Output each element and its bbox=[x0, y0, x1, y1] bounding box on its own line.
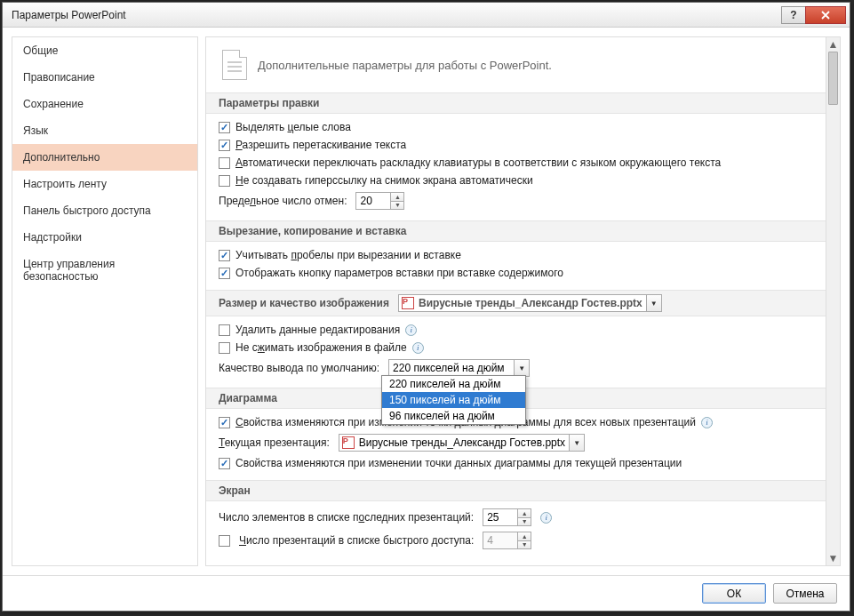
spinner-recent-count[interactable]: ▲▼ bbox=[483, 508, 531, 526]
spinner-undo-limit[interactable]: ▲▼ bbox=[355, 192, 404, 210]
info-icon[interactable]: i bbox=[405, 324, 417, 336]
section-editing-header: Параметры правки bbox=[206, 92, 826, 114]
scrollbar[interactable]: ▲ ▼ bbox=[826, 37, 840, 565]
label-undo-limit: Предельное число отмен: bbox=[219, 195, 347, 207]
label-chart-props-current: Свойства изменяются при изменении точки … bbox=[235, 457, 682, 469]
combo-default-quality-text: 220 пикселей на дюйм bbox=[389, 362, 514, 374]
powerpoint-file-icon bbox=[401, 296, 415, 310]
label-default-quality: Качество вывода по умолчанию: bbox=[219, 362, 379, 374]
label-auto-keyboard: Автоматически переключать раскладку клав… bbox=[235, 156, 721, 169]
titlebar: Параметры PowerPoint ? bbox=[3, 3, 850, 28]
sidebar-item-general[interactable]: Общие bbox=[12, 37, 197, 64]
spin-down[interactable]: ▼ bbox=[518, 517, 531, 526]
content-pane: Дополнительные параметры для работы с Po… bbox=[205, 36, 841, 566]
sidebar-item-advanced[interactable]: Дополнительно bbox=[12, 144, 197, 171]
sidebar-item-quick-access[interactable]: Панель быстрого доступа bbox=[12, 197, 197, 224]
checkbox-auto-keyboard[interactable] bbox=[219, 157, 230, 169]
checkbox-chart-props-all[interactable] bbox=[219, 417, 230, 428]
section-image-header: Размер и качество изображения Вирусные т… bbox=[206, 290, 826, 316]
checkbox-quick-count[interactable] bbox=[219, 535, 230, 547]
combo-image-file[interactable]: Вирусные тренды_Александр Гостев.pptx ▼ bbox=[398, 294, 662, 312]
window-title: Параметры PowerPoint bbox=[12, 9, 782, 21]
scroll-down-icon[interactable]: ▼ bbox=[826, 551, 840, 565]
sidebar: Общие Правописание Сохранение Язык Допол… bbox=[12, 36, 198, 566]
checkbox-no-compress[interactable] bbox=[219, 342, 230, 354]
combo-image-file-text: Вирусные тренды_Александр Гостев.pptx bbox=[415, 297, 646, 309]
checkbox-smart-spaces[interactable] bbox=[219, 250, 230, 261]
label-no-hyperlink: Не создавать гиперссылку на снимок экран… bbox=[235, 174, 533, 187]
input-quick-count bbox=[483, 532, 517, 548]
option-150[interactable]: 150 пикселей на дюйм bbox=[382, 392, 525, 408]
page-subtitle: Дополнительные параметры для работы с Po… bbox=[258, 59, 552, 72]
spin-up[interactable]: ▲ bbox=[518, 509, 531, 517]
section-screen-header: Экран bbox=[206, 480, 826, 501]
spin-down[interactable]: ▼ bbox=[391, 201, 403, 210]
document-icon bbox=[222, 50, 247, 80]
combo-current-presentation[interactable]: Вирусные тренды_Александр Гостев.pptx ▼ bbox=[339, 434, 585, 452]
sidebar-item-save[interactable]: Сохранение bbox=[12, 91, 197, 117]
spinner-quick-count: ▲▼ bbox=[483, 532, 531, 549]
help-button[interactable]: ? bbox=[781, 6, 806, 24]
sidebar-item-proofing[interactable]: Правописание bbox=[12, 64, 197, 91]
option-220[interactable]: 220 пикселей на дюйм bbox=[382, 376, 525, 392]
scrollbar-thumb[interactable] bbox=[828, 52, 838, 105]
combo-current-presentation-text: Вирусные тренды_Александр Гостев.pptx bbox=[355, 436, 569, 449]
sidebar-item-ribbon[interactable]: Настроить ленту bbox=[12, 171, 197, 197]
chevron-down-icon[interactable]: ▼ bbox=[646, 295, 661, 311]
powerpoint-file-icon bbox=[341, 436, 355, 450]
input-undo-limit[interactable] bbox=[356, 193, 390, 209]
options-dialog: Параметры PowerPoint ? Общие Правописани… bbox=[2, 2, 850, 612]
checkbox-paste-options[interactable] bbox=[219, 268, 230, 279]
section-cutcopy-header: Вырезание, копирование и вставка bbox=[206, 220, 826, 242]
spin-up[interactable]: ▲ bbox=[391, 193, 403, 201]
info-icon[interactable]: i bbox=[540, 512, 552, 524]
label-smart-spaces: Учитывать пробелы при вырезании и вставк… bbox=[235, 249, 461, 261]
label-current-presentation: Текущая презентация: bbox=[219, 436, 330, 449]
info-icon[interactable]: i bbox=[701, 417, 713, 428]
chevron-down-icon[interactable]: ▼ bbox=[514, 360, 529, 376]
label-allow-drag: Разрешить перетаскивание текста bbox=[235, 139, 406, 151]
checkbox-chart-props-current[interactable] bbox=[219, 458, 230, 469]
spin-up: ▲ bbox=[518, 532, 531, 540]
sidebar-item-language[interactable]: Язык bbox=[12, 117, 197, 144]
label-discard-editing: Удалить данные редактирования bbox=[235, 324, 400, 336]
label-quick-count: Число презентаций в списке быстрого дост… bbox=[239, 534, 474, 547]
input-recent-count[interactable] bbox=[483, 509, 517, 525]
checkbox-no-hyperlink[interactable] bbox=[219, 175, 230, 187]
combo-default-quality[interactable]: 220 пикселей на дюйм ▼ bbox=[388, 359, 530, 377]
option-96[interactable]: 96 пикселей на дюйм bbox=[382, 408, 525, 424]
info-icon[interactable]: i bbox=[412, 342, 424, 354]
label-no-compress: Не сжимать изображения в файле bbox=[235, 341, 407, 354]
dropdown-quality-options[interactable]: 220 пикселей на дюйм 150 пикселей на дюй… bbox=[381, 375, 526, 425]
cancel-button[interactable]: Отмена bbox=[773, 583, 837, 604]
checkbox-discard-editing[interactable] bbox=[219, 324, 230, 336]
chevron-down-icon[interactable]: ▼ bbox=[569, 435, 584, 451]
sidebar-item-addins[interactable]: Надстройки bbox=[12, 224, 197, 251]
page-header: Дополнительные параметры для работы с Po… bbox=[206, 37, 826, 92]
checkbox-select-whole-words[interactable] bbox=[219, 122, 230, 133]
ok-button[interactable]: ОК bbox=[702, 583, 766, 604]
label-select-whole-words: Выделять целые слова bbox=[235, 121, 351, 133]
checkbox-allow-drag[interactable] bbox=[219, 140, 230, 151]
section-image-title: Размер и качество изображения bbox=[219, 297, 389, 309]
sidebar-item-trust-center[interactable]: Центр управления безопасностью bbox=[12, 251, 197, 290]
scroll-up-icon[interactable]: ▲ bbox=[826, 37, 840, 52]
label-recent-count: Число элементов в списке последних презе… bbox=[219, 511, 474, 524]
label-paste-options: Отображать кнопку параметров вставки при… bbox=[235, 267, 563, 279]
spin-down: ▼ bbox=[518, 540, 531, 549]
dialog-footer: ОК Отмена bbox=[3, 575, 850, 611]
close-button[interactable] bbox=[805, 6, 846, 24]
